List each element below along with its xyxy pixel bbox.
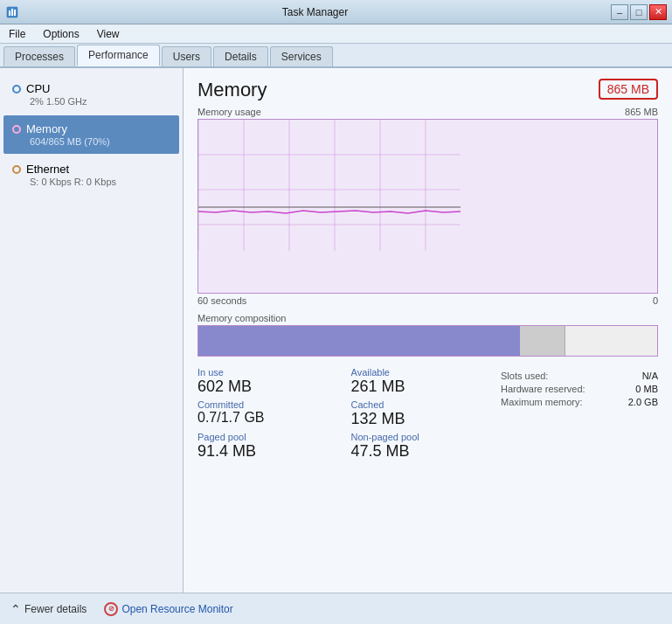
available-label: Available bbox=[351, 367, 488, 378]
ethernet-status-dot bbox=[12, 165, 21, 174]
max-mem-value: 2.0 GB bbox=[628, 397, 658, 407]
time-left: 60 seconds bbox=[197, 295, 246, 306]
memory-sub: 604/865 MB (70%) bbox=[12, 136, 170, 147]
close-button[interactable]: ✕ bbox=[649, 4, 667, 20]
stat-cached: Cached 132 MB bbox=[351, 399, 488, 428]
tab-bar: Processes Performance Users Details Serv… bbox=[0, 44, 672, 68]
stat-in-use: In use 602 MB bbox=[197, 367, 334, 396]
ethernet-label: Ethernet bbox=[26, 163, 69, 176]
available-value: 261 MB bbox=[351, 378, 488, 396]
hw-reserved-row: Hardware reserved: 0 MB bbox=[501, 384, 658, 394]
fewer-details-button[interactable]: ⌃ Fewer details bbox=[10, 602, 87, 616]
composition-bar bbox=[197, 325, 658, 357]
menu-file[interactable]: File bbox=[3, 26, 31, 42]
memory-header: Memory 865 MB bbox=[197, 79, 658, 101]
minimize-button[interactable]: – bbox=[611, 4, 628, 20]
menu-bar: File Options View bbox=[0, 24, 672, 44]
ethernet-sub: S: 0 Kbps R: 0 Kbps bbox=[12, 177, 170, 187]
committed-value: 0.7/1.7 GB bbox=[197, 410, 334, 426]
sidebar: CPU 2% 1.50 GHz Memory 604/865 MB (70%) … bbox=[0, 68, 184, 593]
sidebar-item-cpu[interactable]: CPU 2% 1.50 GHz bbox=[3, 75, 179, 114]
usage-max-text: 865 MB bbox=[625, 107, 658, 117]
stat-paged: Paged pool 91.4 MB bbox=[197, 432, 334, 461]
sidebar-item-ethernet[interactable]: Ethernet S: 0 Kbps R: 0 Kbps bbox=[3, 156, 179, 194]
comp-other bbox=[565, 326, 657, 356]
memory-label: Memory bbox=[26, 122, 67, 135]
memory-badge: 865 MB bbox=[599, 79, 658, 100]
slots-row: Slots used: N/A bbox=[501, 371, 658, 381]
right-panel: Memory 865 MB Memory usage 865 MB bbox=[184, 68, 672, 593]
open-resource-monitor-button[interactable]: ⊘ Open Resource Monitor bbox=[104, 602, 232, 616]
memory-usage-chart bbox=[197, 119, 658, 294]
cpu-label: CPU bbox=[26, 82, 50, 95]
tab-details[interactable]: Details bbox=[213, 46, 268, 66]
title-bar: Task Manager – □ ✕ bbox=[0, 0, 672, 24]
slots-value: N/A bbox=[642, 371, 658, 381]
paged-value: 91.4 MB bbox=[197, 442, 334, 461]
cpu-sub: 2% 1.50 GHz bbox=[12, 96, 170, 107]
svg-rect-1 bbox=[9, 10, 10, 16]
composition-label: Memory composition bbox=[197, 313, 658, 323]
max-mem-label: Maximum memory: bbox=[501, 397, 583, 407]
resource-monitor-icon: ⊘ bbox=[104, 602, 118, 616]
in-use-value: 602 MB bbox=[197, 378, 334, 396]
hw-reserved-value: 0 MB bbox=[635, 384, 658, 394]
fewer-details-label: Fewer details bbox=[24, 603, 87, 615]
nonpaged-value: 47.5 MB bbox=[351, 442, 488, 461]
menu-view[interactable]: View bbox=[92, 26, 125, 42]
chart-usage-label: Memory usage 865 MB bbox=[197, 107, 658, 117]
menu-options[interactable]: Options bbox=[38, 26, 84, 42]
tab-processes[interactable]: Processes bbox=[3, 46, 75, 66]
cached-value: 132 MB bbox=[351, 410, 488, 428]
comp-used bbox=[198, 326, 520, 356]
stats-area: In use 602 MB Available 261 MB Committed… bbox=[197, 367, 658, 461]
cpu-status-dot bbox=[12, 85, 21, 94]
open-resource-label: Open Resource Monitor bbox=[121, 603, 232, 615]
main-content: CPU 2% 1.50 GHz Memory 604/865 MB (70%) … bbox=[0, 68, 672, 593]
svg-rect-3 bbox=[14, 10, 16, 16]
slots-label: Slots used: bbox=[501, 371, 548, 381]
window-controls: – □ ✕ bbox=[611, 4, 667, 20]
usage-label-text: Memory usage bbox=[197, 107, 261, 117]
memory-title: Memory bbox=[197, 79, 267, 101]
cached-label: Cached bbox=[351, 399, 488, 410]
in-use-label: In use bbox=[197, 367, 334, 378]
paged-label: Paged pool bbox=[197, 432, 334, 442]
hw-reserved-label: Hardware reserved: bbox=[501, 384, 585, 394]
memory-status-dot bbox=[12, 125, 21, 134]
tab-services[interactable]: Services bbox=[270, 46, 333, 66]
right-stats: Slots used: N/A Hardware reserved: 0 MB … bbox=[501, 367, 658, 461]
chart-time-labels: 60 seconds 0 bbox=[197, 295, 658, 306]
app-icon bbox=[5, 5, 19, 19]
left-stats: In use 602 MB Available 261 MB Committed… bbox=[197, 367, 487, 461]
max-mem-row: Maximum memory: 2.0 GB bbox=[501, 397, 658, 407]
window-title: Task Manager bbox=[19, 6, 611, 18]
nonpaged-label: Non-paged pool bbox=[351, 432, 488, 442]
tab-performance[interactable]: Performance bbox=[77, 45, 160, 66]
svg-rect-2 bbox=[11, 9, 13, 16]
maximize-button[interactable]: □ bbox=[630, 4, 648, 20]
committed-label: Committed bbox=[197, 399, 334, 410]
bottom-bar: ⌃ Fewer details ⊘ Open Resource Monitor bbox=[0, 593, 672, 624]
tab-users[interactable]: Users bbox=[162, 46, 211, 66]
stat-available: Available 261 MB bbox=[351, 367, 488, 396]
chevron-up-icon: ⌃ bbox=[10, 602, 21, 616]
stat-nonpaged: Non-paged pool 47.5 MB bbox=[351, 432, 488, 461]
stat-committed: Committed 0.7/1.7 GB bbox=[197, 399, 334, 428]
time-right: 0 bbox=[653, 295, 658, 306]
comp-cached bbox=[520, 326, 566, 356]
sidebar-item-memory[interactable]: Memory 604/865 MB (70%) bbox=[3, 115, 179, 154]
